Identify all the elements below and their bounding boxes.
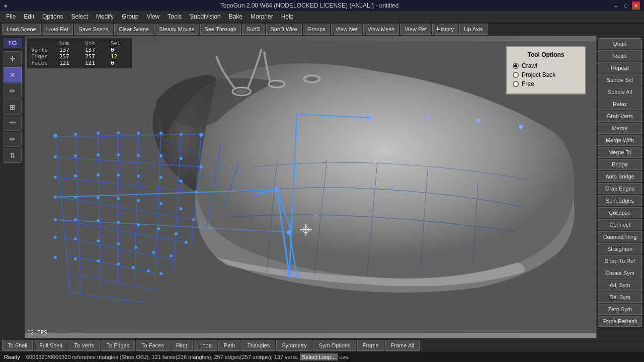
right-btn-straighten[interactable]: Straighten [598, 243, 642, 254]
bottom-btn-loop[interactable]: Loop [194, 340, 217, 351]
right-btn-subdiv-all[interactable]: Subdiv All [598, 86, 642, 98]
right-btn-del-sym[interactable]: Del Sym [598, 292, 642, 303]
toolbar-btn-save-scene[interactable]: Save Scene [74, 24, 113, 35]
crawl-option[interactable]: Crawl [513, 62, 579, 69]
smooth-tool[interactable]: 〜 [4, 116, 22, 131]
viewport[interactable]: RRCG 人人素材 RRCG 人人素材 RRCG 人人素材 [25, 36, 596, 338]
edges-sel: 12 [111, 53, 128, 60]
grid-tool[interactable]: ⊞ [4, 100, 22, 115]
bottom-btn-frame[interactable]: Frame [357, 340, 384, 351]
right-btn-spin-edges[interactable]: Spin Edges [598, 195, 642, 206]
bottom-btn-path[interactable]: Path [218, 340, 241, 351]
right-btn-connect[interactable]: Connect [598, 219, 642, 230]
toolbar-btn-groups[interactable]: Groups [303, 24, 330, 35]
bottom-btn-ring[interactable]: Ring [171, 340, 193, 351]
faces-label: Faces [31, 60, 51, 66]
bottom-btn-to-verts[interactable]: To Verts [68, 340, 100, 351]
status-ready: Ready [4, 354, 20, 360]
bottom-btn-frame-all[interactable]: Frame All [385, 340, 420, 351]
svg-line-29 [206, 142, 221, 227]
bottom-btn-to-faces[interactable]: To Faces [136, 340, 170, 351]
menu-item-subdivision[interactable]: Subdivision [186, 12, 224, 21]
right-btn-merge[interactable]: Merge [598, 123, 642, 134]
toolbar-btn-load-ref[interactable]: Load Ref [42, 24, 73, 35]
window-title: TopoGun 2.00 W64 (NODELOCKED LICENSE) (A… [7, 2, 612, 9]
scene-canvas[interactable]: RRCG 人人素材 RRCG 人人素材 RRCG 人人素材 [25, 36, 596, 338]
paint-tool[interactable]: ✏ [4, 132, 22, 147]
draw-tool[interactable]: ✏ [4, 83, 22, 99]
toolbar-btn-see-through[interactable]: See Through [200, 24, 241, 35]
maximize-button[interactable]: □ [622, 2, 630, 10]
move-tool[interactable]: ✛ [4, 51, 22, 66]
toolbar-btn-subd-wire[interactable]: SubD Wire [266, 24, 302, 35]
right-btn-grab-verts[interactable]: Grab Verts [598, 111, 642, 122]
toolbar-btn-load-scene[interactable]: Load Scene [2, 24, 41, 35]
right-btn-collapse[interactable]: Collapse [598, 207, 642, 218]
svg-line-104 [289, 114, 297, 275]
right-btn-merge-with[interactable]: Merge With [598, 135, 642, 146]
menu-item-file[interactable]: File [2, 12, 20, 21]
right-btn-connect-ring[interactable]: Connect Ring [598, 231, 642, 242]
svg-line-17 [63, 237, 176, 260]
right-btn-repeat[interactable]: Repeat [598, 62, 642, 73]
right-btn-undo[interactable]: Undo [598, 38, 642, 49]
menu-item-morpher[interactable]: Morpher [247, 12, 277, 21]
right-btn-adj-sym[interactable]: Adj Sym [598, 280, 642, 291]
right-btn-grab-edges[interactable]: Grab Edges [598, 183, 642, 194]
menu-item-modify[interactable]: Modify [92, 12, 118, 21]
toolbar-btn-steady-mouse[interactable]: Steady Mouse [154, 24, 199, 35]
crawl-radio[interactable] [513, 63, 519, 69]
svg-point-69 [180, 207, 183, 210]
toolbar-btn-view-mesh[interactable]: View Mesh [363, 24, 399, 35]
bottom-btn-symmetry[interactable]: Symmetry [276, 340, 312, 351]
svg-line-36 [289, 232, 297, 275]
verts-row: Verts 137 137 0 [31, 47, 128, 53]
verts-vis: 137 [85, 47, 103, 53]
svg-point-79 [185, 241, 188, 244]
menu-item-bake[interactable]: Bake [225, 12, 247, 21]
close-button[interactable]: ✕ [632, 2, 640, 10]
toolbar-btn-subd[interactable]: SubD [242, 24, 265, 35]
menu-item-group[interactable]: Group [118, 12, 142, 21]
toolbar-btn-clear-scene[interactable]: Clear Scene [114, 24, 154, 35]
svg-line-10 [420, 169, 428, 273]
right-btn-subdiv-sel[interactable]: Subdiv Sel [598, 74, 642, 85]
select-tool[interactable]: ✕ [4, 67, 22, 82]
menu-item-options[interactable]: Options [38, 12, 67, 21]
right-btn-auto-bridge[interactable]: Auto Bridge [598, 171, 642, 182]
svg-point-66 [117, 197, 120, 200]
menu-item-help[interactable]: Help [277, 12, 298, 21]
menu-item-select[interactable]: Select [67, 12, 92, 21]
svg-point-88 [54, 256, 57, 259]
free-option[interactable]: Free [513, 80, 579, 87]
bottom-btn-full-shell[interactable]: Full Shell [34, 340, 67, 351]
window-controls: – □ ✕ [612, 2, 640, 10]
menu-item-view[interactable]: View [142, 12, 164, 21]
right-btn-create-sym[interactable]: Create Sym [598, 267, 642, 279]
menu-item-edit[interactable]: Edit [20, 12, 38, 21]
bottom-btn-sym-options[interactable]: Sym Options [313, 340, 356, 351]
svg-line-25 [135, 133, 138, 280]
right-btn-snap-to-ref[interactable]: Snap To Ref [598, 255, 642, 266]
minimize-button[interactable]: – [612, 2, 620, 10]
toolbar-btn-history[interactable]: History [432, 24, 458, 35]
menu-item-tools[interactable]: Tools [164, 12, 186, 21]
toolbar-btn-view-ref[interactable]: View Ref [400, 24, 431, 35]
bottom-btn-triangles[interactable]: Triangles [242, 340, 275, 351]
project-back-radio[interactable] [513, 72, 519, 78]
right-btn-redo[interactable]: Redo [598, 50, 642, 61]
svg-line-11 [473, 182, 478, 265]
right-btn-merge-to[interactable]: Merge To [598, 147, 642, 158]
free-radio[interactable] [513, 81, 519, 87]
bottom-btn-to-shell[interactable]: To Shell [2, 340, 33, 351]
right-btn-force-refresh[interactable]: Force Refresh [598, 316, 642, 327]
project-back-option[interactable]: Project Back [513, 71, 579, 78]
svg-point-61 [180, 179, 183, 183]
right-btn-relax[interactable]: Relax [598, 99, 642, 110]
toolbar-btn-view-net[interactable]: View Net [331, 24, 362, 35]
toolbar-btn-up-axis[interactable]: Up Axis [459, 24, 487, 35]
right-btn-zero-sym[interactable]: Zero Sym [598, 304, 642, 315]
align-tool[interactable]: ⇅ [4, 148, 22, 163]
right-btn-bridge[interactable]: Bridge [598, 159, 642, 170]
bottom-btn-to-edges[interactable]: To Edges [101, 340, 135, 351]
